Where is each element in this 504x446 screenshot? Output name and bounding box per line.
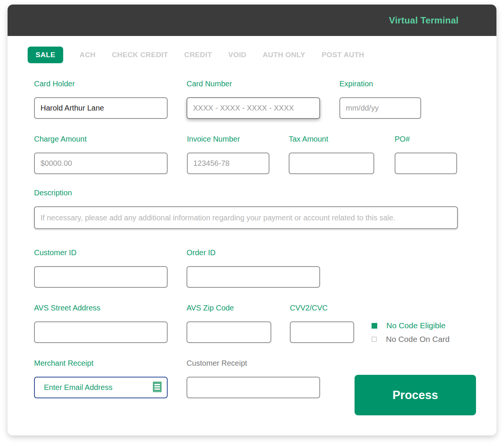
avs-street-label: AVS Street Address bbox=[34, 303, 168, 313]
field-expiration: Expiration bbox=[339, 79, 421, 119]
card-holder-input[interactable] bbox=[34, 97, 168, 119]
invoice-number-input[interactable] bbox=[187, 153, 269, 174]
card-number-input[interactable] bbox=[187, 97, 320, 119]
field-invoice-number: Invoice Number bbox=[187, 134, 269, 174]
tab-sale[interactable]: SALE bbox=[28, 47, 63, 63]
tax-amount-label: Tax Amount bbox=[289, 134, 374, 144]
tax-amount-input[interactable] bbox=[289, 153, 374, 174]
card-number-label: Card Number bbox=[187, 79, 320, 89]
page-title: Virtual Terminal bbox=[389, 5, 459, 36]
cvv-input[interactable] bbox=[290, 321, 354, 343]
po-number-input[interactable] bbox=[395, 153, 457, 174]
customer-receipt-input[interactable] bbox=[187, 377, 320, 398]
avs-zip-label: AVS Zip Code bbox=[187, 303, 271, 313]
cvv-label: CVV2/CVC bbox=[290, 303, 354, 313]
card-holder-label: Card Holder bbox=[34, 79, 168, 89]
order-id-label: Order ID bbox=[187, 248, 320, 257]
description-input[interactable] bbox=[34, 206, 458, 229]
tab-auth-only[interactable]: AUTH ONLY bbox=[263, 51, 305, 59]
field-avs-street: AVS Street Address bbox=[34, 303, 168, 343]
checkbox-checked-icon bbox=[372, 323, 377, 329]
field-charge-amount: Charge Amount bbox=[34, 134, 168, 174]
merchant-receipt-input[interactable] bbox=[34, 377, 168, 398]
merchant-receipt-label: Merchant Receipt bbox=[34, 359, 168, 368]
field-po-number: PO# bbox=[395, 134, 457, 174]
tab-void[interactable]: VOID bbox=[228, 51, 246, 59]
po-number-label: PO# bbox=[395, 134, 457, 144]
tab-ach[interactable]: ACH bbox=[79, 51, 95, 59]
checkbox-label: No Code Eligible bbox=[386, 321, 445, 330]
field-customer-receipt: Customer Receipt bbox=[187, 359, 320, 398]
field-card-holder: Card Holder bbox=[34, 79, 168, 119]
expiration-label: Expiration bbox=[339, 79, 421, 89]
app-header: Virtual Terminal bbox=[8, 5, 496, 36]
tab-post-auth[interactable]: POST AUTH bbox=[322, 51, 364, 59]
field-card-number: Card Number bbox=[187, 79, 320, 119]
tab-check-credit[interactable]: CHECK CREDIT bbox=[112, 51, 168, 59]
field-customer-id: Customer ID bbox=[34, 248, 168, 288]
field-order-id: Order ID bbox=[187, 248, 320, 288]
field-avs-zip: AVS Zip Code bbox=[187, 303, 271, 343]
checkbox-no-code-eligible[interactable]: No Code Eligible bbox=[372, 321, 450, 330]
checkbox-no-code-on-card[interactable]: No Code On Card bbox=[372, 335, 450, 344]
avs-zip-input[interactable] bbox=[187, 321, 271, 343]
charge-amount-label: Charge Amount bbox=[34, 134, 168, 144]
virtual-terminal-card: Virtual Terminal SALE ACH CHECK CREDIT C… bbox=[8, 5, 496, 435]
virtual-terminal-page: Virtual Terminal SALE ACH CHECK CREDIT C… bbox=[0, 0, 504, 446]
process-button[interactable]: Process bbox=[355, 375, 476, 415]
charge-amount-input[interactable] bbox=[34, 153, 168, 174]
customer-receipt-label: Customer Receipt bbox=[187, 359, 320, 368]
field-description: Description bbox=[34, 188, 458, 229]
avs-street-input[interactable] bbox=[34, 321, 168, 343]
checkbox-label: No Code On Card bbox=[386, 335, 450, 344]
transaction-tabs: SALE ACH CHECK CREDIT CREDIT VOID AUTH O… bbox=[28, 47, 364, 63]
invoice-number-label: Invoice Number bbox=[187, 134, 269, 144]
cvv-options: No Code Eligible No Code On Card bbox=[372, 321, 450, 348]
checkbox-unchecked-icon bbox=[372, 337, 377, 342]
customer-id-label: Customer ID bbox=[34, 248, 168, 257]
expiration-input[interactable] bbox=[339, 97, 421, 119]
description-label: Description bbox=[34, 188, 458, 198]
field-cvv: CVV2/CVC bbox=[290, 303, 354, 343]
field-tax-amount: Tax Amount bbox=[289, 134, 374, 174]
order-id-input[interactable] bbox=[187, 266, 320, 288]
tab-credit[interactable]: CREDIT bbox=[184, 51, 212, 59]
customer-id-input[interactable] bbox=[34, 266, 168, 288]
field-merchant-receipt: Merchant Receipt bbox=[34, 359, 168, 398]
